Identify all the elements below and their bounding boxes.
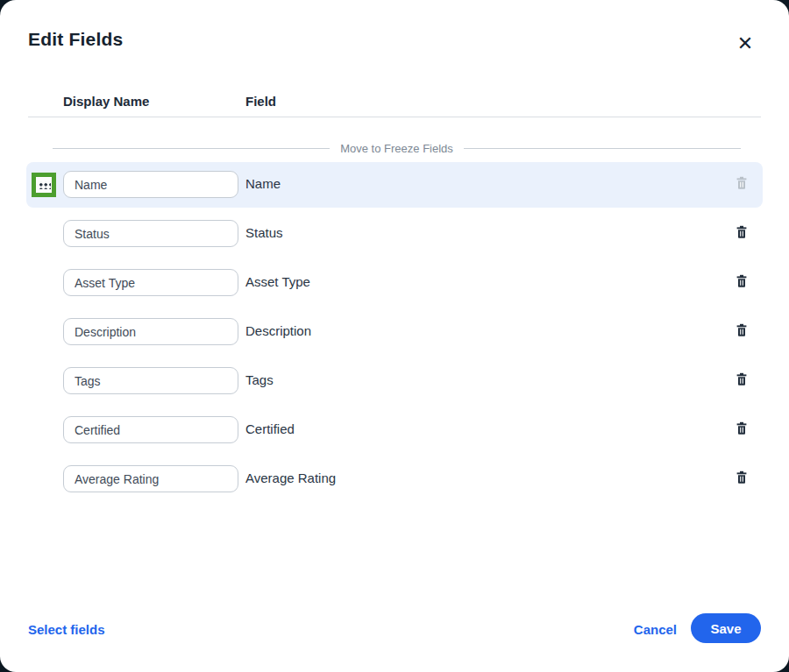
delete-field-button[interactable] (735, 470, 749, 485)
field-name-label: Status (245, 225, 283, 240)
divider-line-left (53, 148, 330, 149)
delete-field-button[interactable] (735, 323, 749, 337)
field-row: Name (0, 162, 789, 211)
close-icon: ✕ (737, 32, 753, 54)
trash-icon (735, 225, 749, 239)
delete-field-button[interactable] (735, 274, 749, 288)
drag-handle-icon[interactable] (32, 173, 56, 197)
display-name-input[interactable] (63, 465, 238, 492)
six-dots-icon (38, 181, 51, 189)
trash-icon (735, 372, 749, 386)
field-name-label: Description (245, 323, 311, 338)
display-name-input[interactable] (63, 318, 238, 345)
trash-icon (735, 323, 749, 337)
field-row: Tags (0, 358, 789, 407)
column-header-field: Field (245, 94, 276, 109)
field-row: Description (0, 309, 789, 358)
close-button[interactable]: ✕ (733, 32, 757, 56)
display-name-input[interactable] (63, 220, 238, 247)
divider-line-right (464, 148, 741, 149)
cancel-button[interactable]: Cancel (634, 622, 677, 637)
trash-icon (735, 470, 749, 485)
field-row: Certified (0, 407, 789, 456)
column-header-display-name: Display Name (63, 94, 149, 109)
save-button[interactable]: Save (691, 613, 761, 643)
field-name-label: Asset Type (245, 274, 310, 289)
field-row: Status (0, 211, 789, 260)
field-name-label: Tags (245, 372, 274, 387)
delete-field-button[interactable] (735, 421, 749, 435)
trash-icon (735, 274, 749, 288)
freeze-divider-label: Move to Freeze Fields (340, 142, 453, 155)
trash-icon (735, 421, 749, 435)
field-name-label: Average Rating (245, 470, 336, 485)
display-name-input[interactable] (63, 367, 238, 394)
display-name-input[interactable] (63, 416, 238, 443)
edit-fields-modal: Edit Fields ✕ Display Name Field Move to… (0, 0, 789, 672)
freeze-fields-divider: Move to Freeze Fields (53, 142, 741, 155)
delete-field-button (735, 176, 749, 190)
trash-icon (735, 176, 749, 190)
display-name-input[interactable] (63, 269, 238, 296)
header-divider (28, 117, 761, 117)
delete-field-button[interactable] (735, 225, 749, 239)
page-title: Edit Fields (28, 29, 123, 50)
field-name-label: Name (245, 176, 281, 191)
field-row: Average Rating (0, 456, 789, 506)
field-name-label: Certified (245, 421, 295, 436)
field-rows: Name Status (0, 162, 789, 506)
field-row: Asset Type (0, 260, 789, 309)
select-fields-button[interactable]: Select fields (28, 622, 105, 637)
display-name-input[interactable] (63, 171, 238, 198)
delete-field-button[interactable] (735, 372, 749, 386)
